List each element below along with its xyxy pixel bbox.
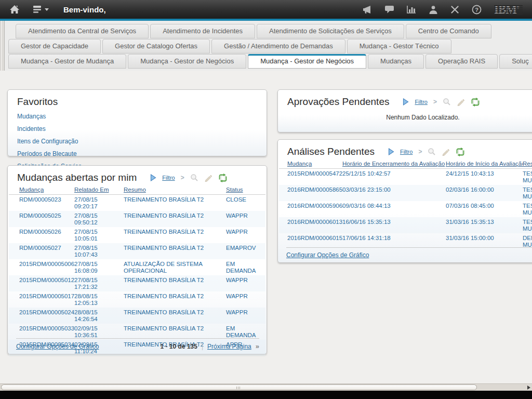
edit-portlet-pencil-icon[interactable] (442, 148, 450, 156)
horizontal-scrollbar[interactable] (0, 383, 532, 391)
panel-title: Mudanças abertas por mim (17, 172, 137, 183)
favorite-link[interactable]: Mudanças (17, 113, 257, 120)
mudanca-id-link[interactable]: RDM/00005023 (19, 196, 74, 210)
app-tab[interactable]: Mudanças (368, 54, 424, 69)
refresh-portlet-icon[interactable] (456, 148, 465, 156)
favorite-link[interactable]: Itens de Configuração (17, 138, 257, 145)
table-row: RDM/00005026 27/08/15 10:05:01 TREINAMEN… (9, 227, 265, 243)
app-tab[interactable]: Atendimento de Incidentes (150, 24, 255, 38)
search-icon[interactable] (190, 174, 198, 182)
inicio-cell: 31/03/16 15:00:00 (446, 235, 523, 248)
mudanca-id-link[interactable]: RDM/00005027 (19, 245, 74, 258)
ibm-logo: IBM® (494, 4, 523, 16)
no-data-message: Nenhum Dado Localizado. (278, 110, 532, 121)
favorite-link[interactable]: Períodos de Blecaute (17, 150, 257, 157)
configure-chart-options-link[interactable]: Configurar Opções de Gráfico (286, 251, 369, 259)
reports-bar-chart-icon[interactable] (407, 5, 416, 14)
status-cell: WAPPR (226, 293, 263, 307)
edit-portlet-pencil-icon[interactable] (457, 98, 465, 106)
column-header[interactable]: Relatado Em (74, 187, 124, 193)
encerramento-cell: 17/06/16 14:31:18 (342, 235, 446, 248)
chat-bubble-icon[interactable] (384, 5, 394, 14)
refresh-portlet-icon[interactable] (471, 98, 480, 107)
mudancas-table-body: RDM/00005023 27/08/15 09:20:17 TREINAMEN… (9, 195, 265, 356)
app-tab[interactable]: Centro de Comando (406, 24, 491, 38)
edit-portlet-pencil-icon[interactable] (204, 174, 212, 182)
search-icon[interactable] (443, 98, 451, 106)
start-center-tabbar: Atendimento da Central de Serviços Atend… (0, 21, 532, 71)
column-header[interactable]: Resumo (124, 187, 226, 193)
app-tab[interactable]: Atendimento da Central de Serviços (16, 24, 149, 38)
panel-aprovacoes-pendentes: Aprovações Pendentes Filtro > Nenhum Dad… (277, 89, 532, 132)
column-header[interactable]: Status (226, 187, 263, 193)
configure-chart-options-link[interactable]: Configurar Opções de Gráfico (16, 343, 99, 350)
refresh-portlet-icon[interactable] (218, 174, 228, 182)
relatado-em-cell: 27/08/15 10:07:43 (74, 245, 124, 258)
filter-link[interactable]: Filtro (415, 99, 427, 105)
column-header[interactable]: Horário de Início da Avaliação (446, 161, 523, 167)
analises-table-body: 2015RDM/00005472 25/12/15 10:42:57 24/12… (279, 169, 532, 249)
scroll-right-arrow-icon[interactable] (527, 385, 530, 390)
app-tab[interactable]: Gestor de Catalogo Ofertas (102, 39, 210, 54)
mudanca-id-link[interactable]: 2015RDM/00005472 (287, 170, 342, 184)
mudanca-id-link[interactable]: 2015RDM/00005033 (19, 325, 74, 339)
maximize-portlet-icon[interactable] (403, 98, 409, 105)
profile-person-icon[interactable] (429, 5, 438, 14)
top-header-bar: Bem-vindo, ? IBM® (0, 0, 532, 19)
mudanca-id-link[interactable]: 2015RDM/00005006 (19, 261, 74, 274)
table-row: 2015RDM/00005472 25/12/15 10:42:57 24/12… (279, 169, 532, 185)
filter-link[interactable]: Filtro (400, 149, 413, 155)
next-page-arrows-icon[interactable]: » (256, 342, 259, 350)
app-tab[interactable]: Mudança - Gestor de Mudança (8, 54, 126, 69)
app-tab[interactable]: Mudança - Gestor Técnico (347, 39, 451, 54)
mudanca-id-link[interactable]: 2016RDM/00005865 (287, 187, 342, 200)
mudanca-id-link[interactable]: 2016RDM/00005906 (287, 203, 342, 216)
mudanca-id-link[interactable]: RDM/00005026 (19, 229, 74, 242)
column-header[interactable]: Horário de Encerramento da Avaliação (342, 161, 446, 167)
panel-footer: Configurar Opções de Gráfico 1 - 10 de 1… (16, 338, 259, 350)
tab-row-2: Gestor de Capacidade Gestor de Catalogo … (8, 39, 451, 54)
app-tab[interactable]: Mudança - Gestor de Negócios (128, 54, 246, 69)
maximize-portlet-icon[interactable] (388, 148, 394, 155)
favorite-link[interactable]: Incidentes (17, 125, 257, 132)
mudanca-id-link[interactable]: 2016RDM/00006015 (287, 235, 342, 248)
app-tab[interactable]: Soluç (499, 54, 532, 69)
app-tab[interactable]: Gestão / Atendimento de Demandas (211, 39, 345, 54)
next-page-link[interactable]: Próxima Página (207, 343, 251, 350)
resumo-cell: TREINAMENTO BRASÍLIA T2 (124, 325, 226, 339)
tab-row-3: Mudança - Gestor de Mudança Mudança - Ge… (8, 54, 532, 69)
filter-link[interactable]: Filtro (162, 175, 175, 181)
app-tab-active[interactable]: Mudança - Gestor de Negócios (248, 54, 366, 69)
bulletins-megaphone-icon[interactable] (362, 5, 372, 14)
sign-out-close-icon[interactable] (450, 5, 459, 14)
table-row: RDM/00005025 27/08/15 09:50:12 TREINAMEN… (9, 211, 265, 227)
column-header[interactable]: Mudança (19, 187, 74, 193)
scrollbar-grip (236, 387, 240, 389)
search-icon[interactable] (428, 148, 436, 156)
home-icon[interactable] (9, 5, 20, 14)
horizontal-scrollbar-thumb[interactable] (1, 384, 477, 390)
mudanca-id-link[interactable]: 2015RDM/00005024 (19, 309, 74, 323)
table-row: RDM/00005023 27/08/15 09:20:17 TREINAMEN… (9, 195, 265, 211)
mudanca-id-link[interactable]: 2015RDM/00005012 (19, 277, 74, 290)
column-header[interactable]: Resumo (523, 161, 532, 167)
table-row: 2015RDM/00005006 27/08/15 16:08:09 ATUAL… (9, 259, 265, 275)
goto-applications-menu[interactable] (32, 5, 49, 14)
column-header[interactable]: Mudança (287, 161, 342, 167)
portlet-toolbar: Filtro > (403, 98, 480, 107)
maximize-portlet-icon[interactable] (150, 174, 156, 181)
portlet-toolbar: Filtro > (150, 174, 227, 182)
resumo-cell: TREINAMENTO BRASÍLIA T2 (124, 293, 226, 307)
app-tab[interactable]: Operação RAIS (425, 54, 498, 69)
chevron-right-icon: > (181, 174, 184, 181)
mudanca-id-link[interactable]: RDM/00005025 (19, 212, 74, 226)
help-icon[interactable]: ? (472, 5, 482, 15)
mudanca-id-link[interactable]: 2015RDM/00005017 (19, 293, 74, 307)
svg-text:?: ? (475, 6, 478, 12)
app-tab[interactable]: Gestor de Capacidade (8, 39, 101, 54)
panel-footer: Configurar Opções de Gráfico (286, 247, 532, 259)
app-tab[interactable]: Atendimento de Solicitações de Serviços (257, 24, 404, 38)
status-cell: WAPPR (226, 212, 263, 226)
table-row: 2015RDM/00005012 27/08/15 17:21:32 TREIN… (9, 275, 265, 291)
mudanca-id-link[interactable]: 2016RDM/00006013 (287, 219, 342, 232)
